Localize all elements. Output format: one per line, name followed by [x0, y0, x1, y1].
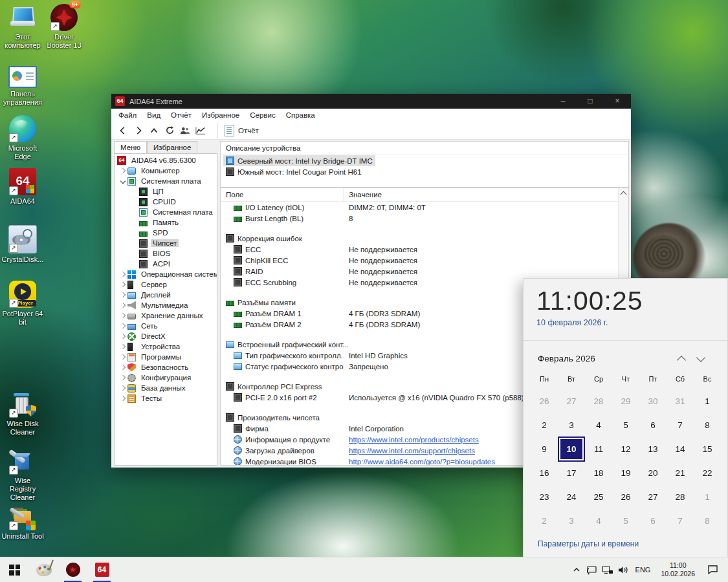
tree-item-DirectX[interactable]: DirectX [115, 331, 217, 341]
calendar-day[interactable]: 13 [639, 437, 667, 461]
menu-item-Отчёт[interactable]: Отчёт [166, 111, 197, 119]
tree-expand-icon[interactable] [118, 345, 127, 349]
calendar-day[interactable]: 7 [667, 413, 694, 437]
tree-expand-icon[interactable] [118, 324, 127, 328]
value-link[interactable]: https://www.intel.com/support/chipsets [349, 447, 475, 455]
calendar-day[interactable]: 11 [585, 437, 612, 461]
tray-chevron-up-icon[interactable] [569, 557, 584, 582]
taskbar-app-redapp[interactable] [58, 557, 87, 582]
desktop-icon-cpanel[interactable]: Панель управления [1, 62, 44, 107]
calendar-day[interactable]: 12 [612, 437, 639, 461]
users-icon[interactable] [177, 124, 193, 138]
calendar-day[interactable]: 1 [694, 389, 721, 413]
value-link[interactable]: http://www.aida64.com/goto/?p=biosupdate… [349, 458, 495, 466]
calendar-prev-month-button[interactable] [672, 354, 691, 363]
tree-expand-icon[interactable] [118, 303, 127, 307]
menu-item-Вид[interactable]: Вид [142, 111, 166, 119]
tree-item-Дисплей[interactable]: Дисплей [115, 290, 217, 300]
tree-item-Сеть[interactable]: Сеть [115, 321, 217, 331]
tree-expand-icon[interactable] [118, 293, 127, 297]
table-row[interactable]: RAIDНе поддерживается [221, 266, 619, 277]
calendar-day[interactable]: 17 [558, 461, 585, 485]
table-row[interactable]: Коррекция ошибок [221, 233, 619, 244]
calendar-next-month-button[interactable] [691, 354, 711, 363]
tree-expand-icon[interactable] [118, 365, 127, 369]
minimize-button[interactable]: – [549, 94, 577, 109]
tree-item-Конфигурация[interactable]: Конфигурация [115, 372, 217, 383]
calendar-day[interactable]: 19 [612, 461, 639, 485]
tray-network-icon[interactable] [600, 557, 615, 582]
scroll-up-icon[interactable] [621, 191, 627, 198]
tree-item-Мультимедиа[interactable]: Мультимедиа [115, 300, 217, 310]
calendar-day[interactable]: 20 [639, 461, 667, 485]
tree-expand-icon[interactable] [118, 314, 127, 318]
calendar-day[interactable]: 26 [612, 485, 639, 509]
desktop-icon-pot[interactable]: Player↗PotPlayer 64 bit [1, 281, 44, 327]
report-button[interactable]: Отчёт [225, 125, 259, 136]
calendar-day[interactable]: 2 [531, 413, 558, 437]
desktop-icon-aida[interactable]: 64↗AIDA64 [1, 168, 44, 206]
date-time-settings-link[interactable]: Параметры даты и времени [538, 539, 639, 548]
calendar-day[interactable]: 30 [639, 389, 667, 413]
calendar-day[interactable]: 10 [558, 437, 585, 461]
tree-item-Чипсет[interactable]: Чипсет [115, 238, 217, 248]
up-icon[interactable] [146, 124, 162, 138]
tree-item-BIOS[interactable]: BIOS [115, 248, 217, 259]
calendar-day[interactable]: 28 [667, 485, 694, 509]
tree-item-Сервер[interactable]: Сервер [115, 279, 217, 290]
action-center-icon[interactable] [701, 557, 724, 582]
tree-item-Компьютер[interactable]: Компьютер [115, 166, 217, 176]
calendar-day[interactable]: 3 [558, 509, 585, 533]
taskbar-clock[interactable]: 11:00 10.02.2026 [655, 561, 701, 578]
clock-date-link[interactable]: 10 февраля 2026 г. [536, 318, 727, 327]
calendar-day[interactable]: 3 [558, 413, 585, 437]
calendar-day[interactable]: 27 [558, 389, 585, 413]
tab-Избранное[interactable]: Избранное [147, 141, 197, 153]
tree-item-ЦП[interactable]: ЦП [115, 186, 217, 197]
desktop-icon-wisedisk[interactable]: ↗Wise Disk Cleaner [1, 391, 44, 436]
calendar-day[interactable]: 27 [639, 485, 667, 509]
tree-expand-icon[interactable] [118, 355, 127, 359]
calendar-day[interactable]: 16 [531, 461, 558, 485]
table-row[interactable]: Burst Length (BL)8 [221, 213, 619, 224]
taskbar-app-palette[interactable] [29, 557, 58, 582]
calendar-day[interactable]: 29 [612, 389, 639, 413]
value-link[interactable]: https://www.intel.com/products/chipsets [349, 436, 479, 444]
calendar-day[interactable]: 23 [531, 485, 558, 509]
tree-item-Хранение данных[interactable]: Хранение данных [115, 310, 217, 321]
start-button[interactable] [0, 557, 29, 582]
tree-item-Операционная система[interactable]: Операционная система [115, 269, 217, 279]
calendar-day[interactable]: 22 [694, 461, 721, 485]
calendar-day[interactable]: 26 [531, 389, 558, 413]
tree-expand-icon[interactable] [118, 283, 127, 286]
tree-expand-icon[interactable] [118, 396, 127, 400]
calendar-day[interactable]: 9 [531, 437, 558, 461]
calendar-day[interactable]: 8 [694, 413, 721, 437]
calendar-day[interactable]: 8 [694, 509, 721, 533]
tree-item-Системная плата[interactable]: Системная плата [115, 176, 217, 186]
tree-item-Тесты[interactable]: Тесты [115, 393, 217, 404]
tree-expand-icon[interactable] [118, 334, 127, 338]
desktop-icon-wisereg[interactable]: ↗Wise Registry Cleaner [1, 447, 44, 502]
desktop-icon-crystal[interactable]: ↗CrystalDisk... [1, 225, 44, 264]
calendar-day[interactable]: 6 [639, 509, 667, 533]
menu-item-Сервис[interactable]: Сервис [245, 111, 280, 119]
menu-item-Справка[interactable]: Справка [281, 111, 320, 119]
menu-item-Файл[interactable]: Файл [113, 111, 142, 119]
table-row[interactable]: ECCНе поддерживается [221, 244, 619, 255]
tab-Меню[interactable]: Меню [114, 141, 147, 153]
calendar-day[interactable]: 4 [585, 413, 612, 437]
taskbar-app-aida[interactable]: 64 [87, 557, 116, 582]
back-icon[interactable] [115, 124, 131, 138]
calendar-day[interactable]: 1 [694, 485, 721, 509]
tree-item-База данных[interactable]: База данных [115, 383, 217, 393]
calendar-day[interactable]: 2 [531, 509, 558, 533]
tree-expand-icon[interactable] [118, 169, 127, 173]
calendar-day[interactable]: 5 [612, 413, 639, 437]
calendar-day[interactable]: 31 [667, 389, 694, 413]
calendar-day[interactable]: 15 [694, 437, 721, 461]
calendar-day[interactable]: 28 [585, 389, 612, 413]
calendar-day[interactable]: 21 [667, 461, 694, 485]
calendar-day[interactable]: 7 [667, 509, 694, 533]
calendar-day[interactable]: 14 [667, 437, 694, 461]
